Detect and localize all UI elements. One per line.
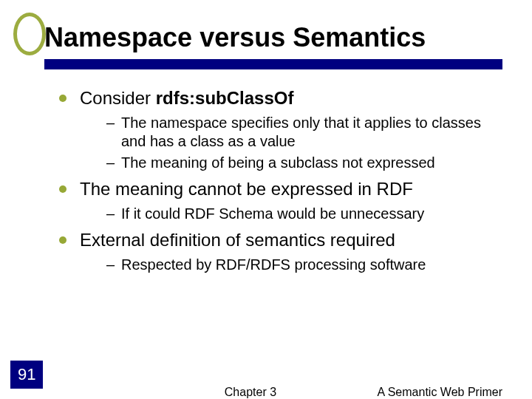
sub-list: The namespace specifies only that it app… <box>80 114 502 172</box>
bullet-bold: rdfs:subClassOf <box>156 88 294 108</box>
bullet-list: Consider rdfs:subClassOf The namespace s… <box>59 87 502 274</box>
title-underline <box>44 59 502 69</box>
bullet-text: The meaning cannot be expressed in RDF <box>80 179 413 199</box>
slide: Namespace versus Semantics Consider rdfs… <box>0 0 532 399</box>
title-block: Namespace versus Semantics <box>0 0 532 69</box>
bullet-text: Consider <box>80 88 156 108</box>
sub-item: Respected by RDF/RDFS processing softwar… <box>106 256 502 274</box>
bullet-item: External definition of semantics require… <box>59 229 502 274</box>
sub-list: If it could RDF Schema would be unnecess… <box>80 205 502 223</box>
bullet-text: External definition of semantics require… <box>80 230 395 250</box>
sub-item: If it could RDF Schema would be unnecess… <box>106 205 502 223</box>
sub-item: The meaning of being a subclass not expr… <box>106 154 502 172</box>
slide-title: Namespace versus Semantics <box>44 22 502 53</box>
footer-right: A Semantic Web Primer <box>377 386 502 399</box>
page-number: 91 <box>10 361 43 389</box>
bullet-item: The meaning cannot be expressed in RDF I… <box>59 178 502 223</box>
slide-body: Consider rdfs:subClassOf The namespace s… <box>0 69 532 274</box>
footer-center: Chapter 3 <box>225 386 276 399</box>
sub-list: Respected by RDF/RDFS processing softwar… <box>80 256 502 274</box>
bullet-item: Consider rdfs:subClassOf The namespace s… <box>59 87 502 172</box>
sub-item: The namespace specifies only that it app… <box>106 114 502 151</box>
